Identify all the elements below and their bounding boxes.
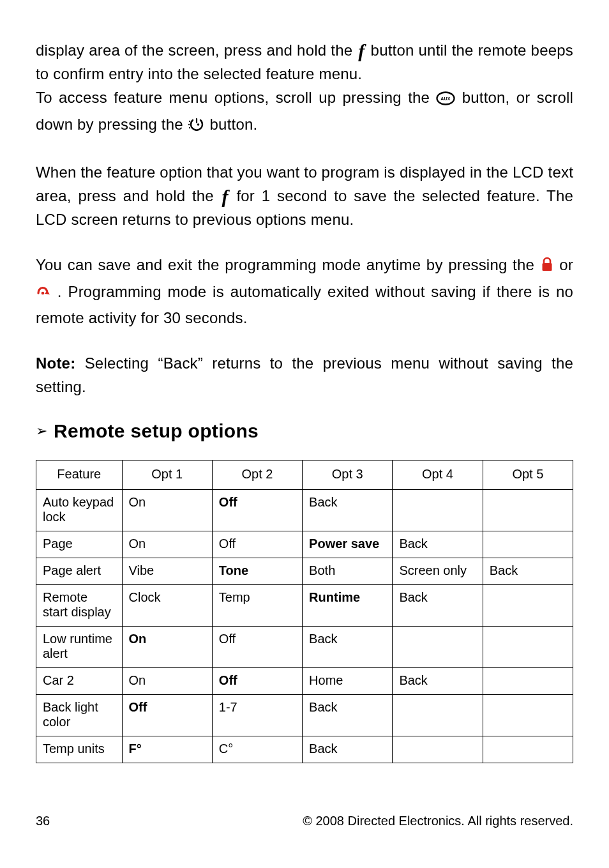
table-cell	[483, 695, 573, 736]
paragraph-2: When the feature option that you want to…	[36, 160, 573, 232]
lock-icon	[540, 255, 554, 279]
section-heading: ➢ Remote setup options	[36, 420, 573, 442]
table-cell: C°	[212, 736, 302, 763]
svg-point-9	[41, 291, 45, 294]
table-cell: Low runtime alert	[36, 627, 123, 668]
table-cell: Runtime	[303, 585, 393, 627]
copyright: © 2008 Directed Electronics. All rights …	[303, 814, 573, 828]
text: You can save and exit the programming mo…	[36, 256, 540, 273]
table-cell: Off	[212, 627, 302, 668]
text: Selecting “Back” returns to the previous…	[36, 354, 573, 395]
table-cell: Back	[393, 531, 483, 558]
table-cell: Car 2	[36, 668, 123, 695]
table-cell: Back	[393, 668, 483, 695]
table-row: Remote start displayClockTempRuntimeBack	[36, 585, 573, 627]
table-cell: Back	[303, 490, 393, 531]
table-row: Back light colorOff1-7Back	[36, 695, 573, 736]
table-cell	[483, 736, 573, 763]
table-cell: Temp	[212, 585, 302, 627]
table-cell: On	[122, 627, 212, 668]
table-cell: Back	[393, 585, 483, 627]
table-cell: Vibe	[122, 558, 212, 585]
table-cell: Off	[212, 490, 302, 531]
svg-rect-7	[542, 263, 552, 271]
table-cell: Screen only	[393, 558, 483, 585]
table-cell: Temp units	[36, 736, 123, 763]
text: display area of the screen, press and ho…	[36, 42, 357, 59]
col-header-opt3: Opt 3	[303, 461, 393, 490]
col-header-opt5: Opt 5	[483, 461, 573, 490]
table-cell: Off	[122, 695, 212, 736]
table-row: PageOnOffPower saveBack	[36, 531, 573, 558]
table-header-row: Feature Opt 1 Opt 2 Opt 3 Opt 4 Opt 5	[36, 461, 573, 490]
table-cell	[483, 627, 573, 668]
table-cell: Off	[212, 668, 302, 695]
table-cell: Back	[303, 627, 393, 668]
text: or	[559, 256, 573, 273]
table-cell	[483, 531, 573, 558]
table-cell	[393, 695, 483, 736]
table-cell: Auto keypad lock	[36, 490, 123, 531]
table-cell: Off	[212, 531, 302, 558]
col-header-opt2: Opt 2	[212, 461, 302, 490]
note-label: Note:	[36, 354, 75, 372]
svg-point-2	[188, 120, 190, 121]
table-cell: Back	[483, 558, 573, 585]
table-cell: Home	[303, 668, 393, 695]
table-row: Car 2OnOffHomeBack	[36, 668, 573, 695]
svg-text:AUX: AUX	[441, 96, 451, 101]
table-cell: Power save	[303, 531, 393, 558]
table-cell: On	[122, 490, 212, 531]
arrow-icon: ➢	[36, 424, 47, 438]
paragraph-3: You can save and exit the programming mo…	[36, 253, 573, 330]
svg-marker-8	[45, 291, 50, 294]
remote-start-icon	[188, 115, 206, 139]
table-row: Page alertVibeToneBothScreen onlyBack	[36, 558, 573, 585]
table-cell: Page alert	[36, 558, 123, 585]
table-cell	[483, 585, 573, 627]
col-header-feature: Feature	[36, 461, 123, 490]
col-header-opt4: Opt 4	[393, 461, 483, 490]
table-cell	[393, 490, 483, 531]
table-row: Low runtime alertOnOffBack	[36, 627, 573, 668]
col-header-opt1: Opt 1	[122, 461, 212, 490]
page-number: 36	[36, 814, 50, 828]
paragraph-1: display area of the screen, press and ho…	[36, 38, 573, 139]
aux-button-icon: AUX	[436, 88, 455, 112]
page-footer: 36 © 2008 Directed Electronics. All righ…	[36, 814, 573, 828]
section-title: Remote setup options	[54, 420, 259, 442]
table-cell	[483, 490, 573, 531]
table-cell: F°	[122, 736, 212, 763]
unlock-icon	[36, 282, 51, 306]
svg-point-5	[197, 123, 199, 126]
note-paragraph: Note: Selecting “Back” returns to the pr…	[36, 351, 573, 399]
table-cell: On	[122, 531, 212, 558]
table-cell: Remote start display	[36, 585, 123, 627]
table-cell: Tone	[212, 558, 302, 585]
text: . Programming mode is automatically exit…	[36, 283, 573, 326]
table-cell: Page	[36, 531, 123, 558]
table-cell	[393, 627, 483, 668]
text: button.	[210, 116, 258, 133]
text: To access feature menu options, scroll u…	[36, 89, 436, 106]
table-cell: 1-7	[212, 695, 302, 736]
table-cell: Back	[303, 736, 393, 763]
remote-setup-options-table: Feature Opt 1 Opt 2 Opt 3 Opt 4 Opt 5 Au…	[36, 460, 573, 763]
table-cell: Both	[303, 558, 393, 585]
svg-point-3	[188, 123, 189, 125]
table-cell: Clock	[122, 585, 212, 627]
table-cell	[483, 668, 573, 695]
page: display area of the screen, press and ho…	[0, 0, 609, 868]
table-row: Auto keypad lockOnOffBack	[36, 490, 573, 531]
table-row: Temp unitsF°C°Back	[36, 736, 573, 763]
svg-point-4	[188, 126, 190, 128]
table-cell: On	[122, 668, 212, 695]
table-cell	[393, 736, 483, 763]
table-cell: Back	[303, 695, 393, 736]
table-cell: Back light color	[36, 695, 123, 736]
